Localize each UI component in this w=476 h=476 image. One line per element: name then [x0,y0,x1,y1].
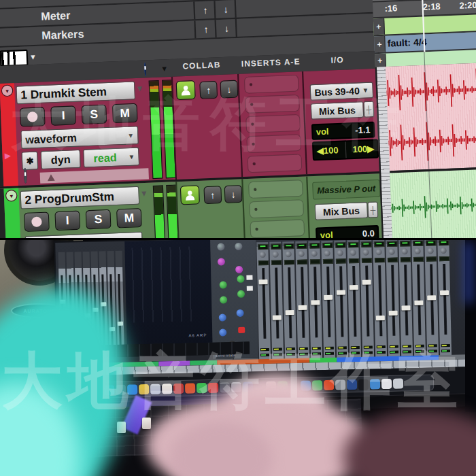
download-button[interactable]: ↓ [220,80,238,99]
time-label: 2:18 [422,1,441,12]
knob [217,243,224,250]
input-monitor-button[interactable]: I [50,105,76,126]
marker-icon [48,174,55,181]
bus-selector[interactable]: Mix Bus [315,202,369,220]
output-path-selector[interactable]: Bus 39-40▼ [309,82,373,100]
console-center-screen: A6 ARP [124,239,212,345]
solo-button[interactable]: S [82,105,107,125]
add-meter-button[interactable]: + [374,36,386,52]
record-enable-button[interactable] [20,107,46,127]
bus-selector[interactable]: Mix Bus [311,101,364,120]
insert-slot[interactable] [250,219,305,238]
volume-display[interactable]: vol -1.1 [311,122,375,140]
fader-cap[interactable] [142,418,151,429]
input-monitor-button[interactable]: I [54,211,80,231]
dock-app-icon[interactable] [381,378,392,388]
daw-region: ↑ ↓ Meter ↑ ↓ Markers ↑ ↓ ▼ 101 [0,0,476,239]
record-enable-button[interactable] [24,211,50,232]
view-selector-arrow-icon[interactable]: ▼ [29,53,37,61]
dock-app-icon[interactable] [173,383,184,393]
input-path-selector[interactable]: Massive P out [312,180,380,200]
channel-strip [295,241,309,361]
dock-app-icon[interactable] [150,384,160,394]
insert-slot[interactable] [248,180,303,199]
collaboration-user-button[interactable] [180,185,200,205]
track-row-drumkit: ▼ ▶ 1 Drumkit Stem ▼ I S M waveform▼ ✱ d… [0,69,379,190]
timebase-clock-icon[interactable] [24,168,27,184]
automation-mode: read [93,151,117,165]
user-icon [185,190,196,201]
dock-app-icon[interactable] [393,378,403,388]
channel-strip [360,239,374,359]
screen-label: A6 ARP [188,333,207,338]
insert-slot[interactable] [245,95,300,114]
channel-strip [321,241,335,360]
dock-app-icon[interactable] [197,383,207,393]
track-name-field[interactable]: 2 ProgDrumStm [20,186,139,209]
dock-app-icon[interactable] [127,384,137,394]
dock-app-icon[interactable] [358,379,369,389]
track-name-field[interactable]: 1 Drumkit Stem [16,81,135,104]
arrow-down-icon[interactable]: ↓ [214,19,237,37]
channel-strip [411,239,426,358]
insert-slot[interactable] [249,199,304,218]
solo-button[interactable]: S [86,209,112,230]
audio-clip-progdrum[interactable] [390,169,476,239]
dock-app-icon[interactable] [139,384,149,394]
dock-app-icon[interactable] [185,383,195,393]
upload-button[interactable]: ↑ [203,186,222,204]
add-key-button[interactable]: + [375,54,386,67]
channel-strip [437,239,452,358]
dock-app-icon[interactable] [208,382,218,392]
console-right-fader-bank [256,239,453,367]
insert-slot[interactable] [245,114,301,133]
output-window-button[interactable]: ┼ [363,101,374,118]
channel-strip [308,241,322,360]
arrow-up-icon[interactable]: ↑ [193,1,216,19]
track-view-dropdown[interactable]: waveform▼ [20,126,139,149]
track-name-arrow-icon[interactable]: ▼ [135,84,143,92]
dock-app-icon[interactable] [370,379,380,389]
automation-mode-dropdown[interactable]: read▼ [83,147,139,167]
inserts-cell [241,176,311,239]
time-label: :16 [384,3,397,14]
track-color-strip: ▼ [4,188,22,239]
vol-value: 0.0 [362,228,375,239]
track-collapse-button[interactable]: ▼ [1,84,14,97]
chevron-down-icon[interactable]: ▼ [160,65,168,73]
dyn-button[interactable]: dyn [41,150,81,169]
io-cell: Bus 39-40▼ Mix Bus ┼ vol -1.1 ◀100 100▶ [302,69,381,174]
user-icon [180,85,191,95]
knob-magenta [235,266,243,273]
track-collapse-button[interactable]: ▼ [5,190,18,202]
insert-slot[interactable] [246,134,301,153]
pan-display[interactable]: ◀100 100▶ [312,139,379,160]
volume-display[interactable]: vol 0.0 [316,225,379,239]
pan-right-value: 100▶ [352,143,374,154]
dock-app-icon[interactable] [220,382,230,392]
output-window-button[interactable]: ┼ [367,201,378,218]
track-name-arrow-icon[interactable]: ▼ [140,189,148,198]
collaboration-user-button[interactable] [176,80,196,100]
collab-cell: ↑ ↓ [171,74,243,180]
mute-button[interactable]: M [116,208,142,228]
dock-app-icon[interactable] [324,379,334,390]
add-tempo-button[interactable]: + [373,18,385,35]
pan-left-value: ◀100 [317,145,339,156]
elastic-audio-button[interactable]: ✱ [21,151,38,170]
track-view-selector-icon[interactable] [0,50,28,67]
arrow-up-icon[interactable]: ↑ [194,20,216,38]
download-button[interactable]: ↓ [224,185,243,203]
arrow-down-icon[interactable]: ↓ [214,0,236,18]
audio-clip-drumkit[interactable] [386,62,476,171]
play-marker-icon: ▶ [5,151,12,160]
upload-button[interactable]: ↑ [199,81,218,99]
dock-app-icon[interactable] [162,384,172,394]
dock-app-icon[interactable] [335,379,345,390]
collab-cell: ↑ ↓ [175,179,246,239]
clock-icon[interactable] [144,63,146,77]
insert-slot[interactable] [244,75,299,94]
mute-button[interactable]: M [112,103,138,124]
dock-app-icon[interactable] [347,379,357,390]
insert-slot[interactable] [248,154,303,173]
